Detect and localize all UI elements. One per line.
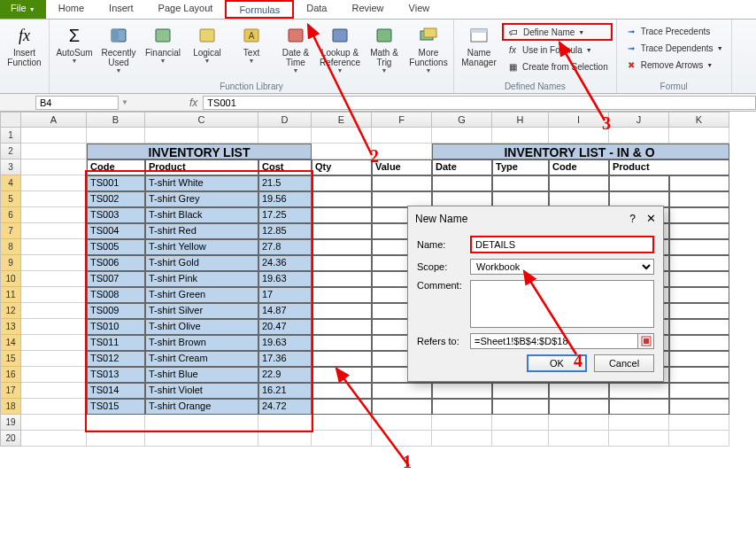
row-header-15[interactable]: 15 [0,351,21,367]
formula-input[interactable]: TS001 [203,96,756,110]
row-header-10[interactable]: 10 [0,271,21,287]
row-header-19[interactable]: 19 [0,415,21,431]
cell-E4[interactable] [312,175,372,191]
cell-K10[interactable] [669,271,729,287]
col-header-E[interactable]: E [312,112,372,128]
define-name-button[interactable]: 🏷Define Name ▼ [502,23,613,41]
cell-K18[interactable] [669,399,729,415]
cell-A7[interactable] [21,223,87,239]
cell-K15[interactable] [669,351,729,367]
cell-H17[interactable] [492,383,549,399]
cell-K9[interactable] [669,255,729,271]
tab-data[interactable]: Data [294,0,339,19]
remove-arrows-button[interactable]: ✖Remove Arrows ▼ [621,57,728,73]
cell-K6[interactable] [669,207,729,223]
tab-view[interactable]: View [397,0,443,19]
cell-B20[interactable] [87,431,145,447]
cell-D17[interactable]: 16.21 [258,383,312,399]
cell-B11[interactable]: TS008 [87,287,145,303]
cell-E17[interactable] [312,383,372,399]
cell-I3[interactable]: Code [549,159,609,175]
col-header-D[interactable]: D [258,112,312,128]
trace-precedents-button[interactable]: ➟Trace Precedents [621,23,728,39]
cell-D10[interactable]: 19.63 [258,271,312,287]
cell-E15[interactable] [312,351,372,367]
cell-A1[interactable] [21,128,87,144]
cell-A4[interactable] [21,175,87,191]
name-box[interactable]: B4 [35,96,119,110]
col-header-I[interactable]: I [549,112,609,128]
cell-B9[interactable]: TS006 [87,255,145,271]
cell-B2[interactable]: INVENTORY LIST [87,144,312,159]
cell-K11[interactable] [669,287,729,303]
name-input[interactable] [470,236,654,253]
cell-B17[interactable]: TS014 [87,383,145,399]
col-header-F[interactable]: F [372,112,432,128]
tab-insert[interactable]: Insert [96,0,146,19]
scope-select[interactable]: Workbook [470,259,654,275]
cell-B15[interactable]: TS012 [87,351,145,367]
cell-H4[interactable] [492,175,549,191]
more-functions-button[interactable]: More Functions▼ [407,21,450,74]
recently-used-button[interactable]: Recently Used▼ [97,21,140,74]
cell-E5[interactable] [312,191,372,207]
cell-B1[interactable] [87,128,145,144]
cell-K16[interactable] [669,367,729,383]
cell-J3[interactable]: Product [609,159,729,175]
cell-A9[interactable] [21,255,87,271]
tab-formulas[interactable]: Formulas [225,0,294,19]
cell-D18[interactable]: 24.72 [258,399,312,415]
cell-D9[interactable]: 24.36 [258,255,312,271]
cell-J19[interactable] [609,415,669,431]
cell-D12[interactable]: 14.87 [258,303,312,319]
row-header-12[interactable]: 12 [0,303,21,319]
cell-B3[interactable]: Code [87,159,145,175]
cell-J4[interactable] [609,175,669,191]
cell-F3[interactable]: Value [372,159,432,175]
cell-I19[interactable] [549,415,609,431]
text-button[interactable]: AText▼ [230,21,273,64]
cell-G2[interactable]: INVENTORY LIST - IN & O [432,144,729,159]
cell-E20[interactable] [312,431,372,447]
close-icon[interactable]: ✕ [646,212,656,225]
cell-E7[interactable] [312,223,372,239]
row-header-6[interactable]: 6 [0,207,21,223]
insert-function-button[interactable]: fx Insert Function [4,21,46,67]
cell-G1[interactable] [432,128,492,144]
cell-C15[interactable]: T-shirt Cream [145,351,258,367]
row-header-16[interactable]: 16 [0,367,21,383]
row-header-4[interactable]: 4 [0,175,21,191]
cell-I1[interactable] [549,128,609,144]
cell-C18[interactable]: T-shirt Orange [145,399,258,415]
cell-D8[interactable]: 27.8 [258,239,312,255]
cell-C20[interactable] [145,431,258,447]
fx-icon-bar[interactable]: fx [189,97,197,109]
range-picker-icon[interactable] [638,333,654,349]
cell-A13[interactable] [21,319,87,335]
lookup-ref-button[interactable]: Lookup & Reference▼ [319,21,361,74]
cell-C16[interactable]: T-shirt Blue [145,367,258,383]
math-trig-button[interactable]: Math & Trig▼ [363,21,405,74]
cell-C9[interactable]: T-shirt Gold [145,255,258,271]
cell-J17[interactable] [609,383,669,399]
cell-B13[interactable]: TS010 [87,319,145,335]
cell-D7[interactable]: 12.85 [258,223,312,239]
cell-J20[interactable] [609,431,669,447]
col-header-B[interactable]: B [87,112,145,128]
cell-D15[interactable]: 17.36 [258,351,312,367]
cell-D6[interactable]: 17.25 [258,207,312,223]
tab-page-layout[interactable]: Page Layout [146,0,226,19]
cell-K14[interactable] [669,335,729,351]
date-time-button[interactable]: Date & Time▼ [274,21,317,74]
cell-F2[interactable] [372,144,432,159]
tab-file[interactable]: File ▼ [0,0,46,19]
cell-F17[interactable] [372,383,432,399]
cell-I4[interactable] [549,175,609,191]
cell-A14[interactable] [21,335,87,351]
cell-A20[interactable] [21,431,87,447]
cell-E3[interactable]: Qty [312,159,372,175]
cell-G4[interactable] [432,175,492,191]
cell-F1[interactable] [372,128,432,144]
row-header-17[interactable]: 17 [0,383,21,399]
cell-B19[interactable] [87,415,145,431]
